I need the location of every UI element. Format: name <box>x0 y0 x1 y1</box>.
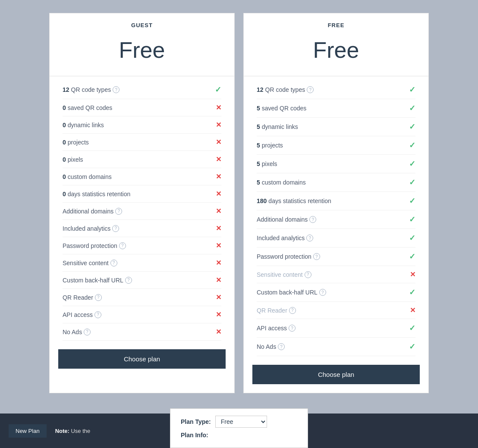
choose-plan-button-guest[interactable]: Choose plan <box>58 349 226 369</box>
feature-bold-value: 12 <box>257 86 264 93</box>
feature-label: Custom back-half URL? <box>257 289 326 296</box>
feature-row: Sensitive content?✕ <box>63 254 221 272</box>
cross-icon: ✕ <box>216 241 221 250</box>
cross-icon: ✕ <box>216 103 221 112</box>
feature-bold-value: 0 <box>63 139 66 146</box>
plan-type-select[interactable]: Free Basic Pro Enterprise <box>215 416 267 428</box>
help-icon[interactable]: ? <box>309 216 316 223</box>
help-icon[interactable]: ? <box>289 307 296 314</box>
plan-info-label: Plan Info: <box>181 432 208 439</box>
help-icon[interactable]: ? <box>289 325 296 332</box>
help-icon[interactable]: ? <box>307 86 314 93</box>
plans-container: GUESTFree12 QR code types?✓0 saved QR co… <box>0 0 478 393</box>
help-icon[interactable]: ? <box>84 329 91 335</box>
plan-header-free: FREEFree <box>244 13 428 76</box>
cross-icon: ✕ <box>216 276 221 284</box>
check-icon: ✓ <box>409 323 415 333</box>
cross-icon: ✕ <box>216 328 221 336</box>
help-icon[interactable]: ? <box>119 242 126 249</box>
feature-label: 0 days statistics retention <box>63 191 130 197</box>
feature-row: Additional domains?✕ <box>63 203 221 220</box>
check-icon: ✓ <box>409 103 415 113</box>
help-icon[interactable]: ? <box>94 311 101 318</box>
help-icon[interactable]: ? <box>278 343 285 350</box>
plan-card-free: FREEFree12 QR code types?✓5 saved QR cod… <box>243 13 429 393</box>
feature-label: 5 pixels <box>257 160 277 167</box>
help-icon[interactable]: ? <box>115 208 122 215</box>
help-icon[interactable]: ? <box>112 225 119 232</box>
feature-row: API access?✕ <box>63 306 221 323</box>
feature-label: 5 saved QR codes <box>257 105 306 112</box>
feature-row: QR Reader?✕ <box>257 302 415 319</box>
feature-label: 12 QR code types? <box>63 86 120 93</box>
feature-row: 5 saved QR codes✓ <box>257 99 415 118</box>
feature-row: No Ads?✕ <box>63 323 221 341</box>
feature-row: 0 projects✕ <box>63 134 221 151</box>
note-content: Use the <box>71 428 90 434</box>
feature-label: No Ads? <box>63 329 91 335</box>
feature-row: 5 custom domains✓ <box>257 173 415 192</box>
choose-plan-button-free[interactable]: Choose plan <box>252 365 420 384</box>
feature-row: Custom back-half URL?✓ <box>257 283 415 302</box>
feature-row: Included analytics?✕ <box>63 220 221 237</box>
plan-type-row: Plan Type: Free Basic Pro Enterprise <box>181 416 297 428</box>
check-icon: ✓ <box>409 196 415 206</box>
cross-icon: ✕ <box>216 138 221 146</box>
check-icon: ✓ <box>409 215 415 224</box>
feature-row: 180 days statistics retention✓ <box>257 192 415 210</box>
help-icon[interactable]: ? <box>306 235 313 241</box>
check-icon: ✓ <box>409 342 415 351</box>
feature-label: 0 projects <box>63 139 89 146</box>
feature-label: 0 saved QR codes <box>63 104 112 111</box>
cross-icon: ✕ <box>216 121 221 129</box>
help-icon[interactable]: ? <box>113 86 120 93</box>
cross-icon: ✕ <box>216 207 221 215</box>
plan-card-guest: GUESTFree12 QR code types?✓0 saved QR co… <box>49 13 235 393</box>
check-icon: ✓ <box>409 122 415 132</box>
help-icon[interactable]: ? <box>305 271 311 278</box>
feature-row: 5 dynamic links✓ <box>257 118 415 136</box>
feature-bold-value: 5 <box>257 160 260 167</box>
feature-row: 0 saved QR codes✕ <box>63 99 221 116</box>
feature-bold-value: 0 <box>63 104 66 111</box>
feature-label: Additional domains? <box>63 208 122 215</box>
cross-icon: ✕ <box>216 293 221 301</box>
feature-label: Password protection? <box>63 242 126 249</box>
feature-label: 0 pixels <box>63 156 83 163</box>
plan-type-label: Plan Type: <box>181 418 211 425</box>
feature-bold-value: 180 <box>257 197 267 204</box>
help-icon[interactable]: ? <box>95 294 102 301</box>
help-icon[interactable]: ? <box>319 289 326 296</box>
new-plan-button[interactable]: New Plan <box>9 424 47 438</box>
feature-bold-value: 5 <box>257 179 260 186</box>
feature-row: 12 QR code types?✓ <box>63 81 221 99</box>
feature-row: 12 QR code types?✓ <box>257 81 415 99</box>
feature-row: 0 days statistics retention✕ <box>63 185 221 203</box>
note-label: Note: <box>55 428 69 434</box>
help-icon[interactable]: ? <box>125 277 132 284</box>
feature-bold-value: 0 <box>63 173 66 180</box>
plan-name-free: FREE <box>244 22 428 28</box>
feature-bold-value: 0 <box>63 122 66 128</box>
feature-row: Included analytics?✓ <box>257 229 415 247</box>
check-icon: ✓ <box>409 159 415 169</box>
feature-row: Password protection?✕ <box>63 237 221 254</box>
check-icon: ✓ <box>215 85 221 94</box>
feature-row: No Ads?✓ <box>257 338 415 356</box>
feature-label: Additional domains? <box>257 216 316 223</box>
feature-row: 5 pixels✓ <box>257 155 415 173</box>
check-icon: ✓ <box>409 178 415 187</box>
check-icon: ✓ <box>409 233 415 243</box>
cross-icon: ✕ <box>410 270 415 279</box>
feature-label: Included analytics? <box>63 225 119 232</box>
feature-label: 0 custom domains <box>63 173 112 180</box>
feature-bold-value: 5 <box>257 123 260 130</box>
help-icon[interactable]: ? <box>110 260 117 266</box>
check-icon: ✓ <box>409 288 415 297</box>
check-icon: ✓ <box>409 141 415 150</box>
feature-bold-value: 5 <box>257 142 260 149</box>
plan-header-guest: GUESTFree <box>50 13 234 76</box>
cross-icon: ✕ <box>216 310 221 319</box>
help-icon[interactable]: ? <box>313 253 320 260</box>
feature-label: Custom back-half URL? <box>63 277 132 284</box>
